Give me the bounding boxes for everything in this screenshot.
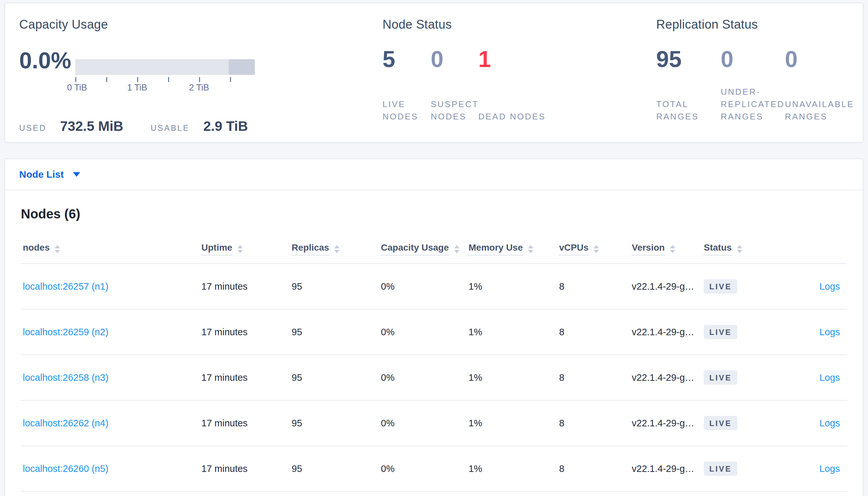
node-link[interactable]: localhost:26262 (n4) bbox=[23, 418, 108, 428]
logs-link[interactable]: Logs bbox=[820, 281, 840, 292]
node-link-cell: localhost:26257 (n1) bbox=[21, 281, 201, 292]
column-header-status[interactable]: Status bbox=[704, 243, 773, 255]
logs-cell: Logs bbox=[773, 281, 847, 292]
node-link[interactable]: localhost:26259 (n2) bbox=[23, 327, 108, 337]
nodes-heading: Nodes (6) bbox=[21, 206, 847, 222]
node-link-cell: localhost:26258 (n3) bbox=[21, 372, 201, 383]
used-value: 732.5 MiB bbox=[60, 119, 123, 134]
logs-link[interactable]: Logs bbox=[820, 372, 840, 383]
uptime-cell: 17 minutes bbox=[201, 372, 291, 383]
capacity-axis-labels: 0 TiB 1 TiB 2 TiB bbox=[75, 83, 255, 94]
sort-icon[interactable] bbox=[670, 245, 675, 253]
sort-icon[interactable] bbox=[454, 245, 460, 253]
replicas-cell: 95 bbox=[291, 418, 381, 429]
memory-cell: 1% bbox=[468, 418, 559, 429]
table-header-row: nodes Uptime Replicas Capacity Usage Mem… bbox=[21, 222, 847, 264]
dead-nodes-label: DEAD NODES bbox=[478, 110, 546, 123]
node-link[interactable]: localhost:26260 (n5) bbox=[23, 463, 108, 474]
vcpus-cell: 8 bbox=[559, 463, 632, 474]
capacity-cell: 0% bbox=[381, 281, 468, 292]
capacity-bar-block: 0 TiB 1 TiB 2 TiB bbox=[75, 59, 255, 94]
capacity-usage-chart: 0.0% 0 TiB 1 TiB 2 TiB bbox=[19, 40, 364, 94]
sort-icon[interactable] bbox=[238, 245, 243, 253]
node-link[interactable]: localhost:26257 (n1) bbox=[23, 281, 108, 292]
version-cell: v22.1.4-29-g… bbox=[632, 327, 704, 338]
status-cell: LIVE bbox=[704, 416, 773, 430]
memory-cell: 1% bbox=[468, 327, 559, 338]
capacity-usage-figures: USED 732.5 MiB USABLE 2.9 TiB bbox=[19, 119, 364, 134]
unavailable-ranges-label: UNAVAILABLE RANGES bbox=[785, 98, 850, 123]
memory-cell: 1% bbox=[468, 372, 559, 383]
memory-cell: 1% bbox=[468, 463, 559, 474]
status-cell: LIVE bbox=[704, 279, 773, 294]
capacity-cell: 0% bbox=[381, 327, 468, 338]
live-nodes-stat: 5 LIVE NODES bbox=[383, 48, 431, 123]
status-badge: LIVE bbox=[704, 279, 737, 294]
node-link[interactable]: localhost:26258 (n3) bbox=[23, 372, 108, 383]
column-header-version[interactable]: Version bbox=[632, 243, 704, 255]
sort-icon[interactable] bbox=[55, 245, 60, 253]
used-label: USED bbox=[19, 123, 46, 133]
total-ranges-label: TOTAL RANGES bbox=[656, 98, 721, 123]
column-header-replicas[interactable]: Replicas bbox=[291, 243, 381, 255]
total-ranges-value: 95 bbox=[656, 48, 721, 71]
capacity-usage-title: Capacity Usage bbox=[19, 18, 364, 32]
vcpus-cell: 8 bbox=[559, 327, 632, 338]
vcpus-cell: 8 bbox=[559, 281, 632, 292]
under-replicated-ranges-value: 0 bbox=[721, 48, 785, 71]
column-header-memory-use[interactable]: Memory Use bbox=[468, 243, 559, 255]
axis-label-2tib: 2 TiB bbox=[189, 83, 209, 93]
suspect-nodes-stat: 0 SUSPECT NODES bbox=[431, 48, 478, 123]
table-row: localhost:26259 (n2) 17 minutes 95 0% 1%… bbox=[21, 310, 847, 355]
table-row: localhost:26262 (n4) 17 minutes 95 0% 1%… bbox=[21, 401, 847, 446]
view-selector-bar: Node List bbox=[5, 159, 863, 190]
column-header-vcpus[interactable]: vCPUs bbox=[559, 243, 632, 255]
logs-link[interactable]: Logs bbox=[820, 418, 840, 428]
capacity-cell: 0% bbox=[381, 418, 468, 429]
sort-icon[interactable] bbox=[737, 245, 742, 253]
total-ranges-stat: 95 TOTAL RANGES bbox=[656, 48, 721, 123]
suspect-nodes-label: SUSPECT NODES bbox=[431, 98, 478, 123]
logs-cell: Logs bbox=[773, 463, 847, 474]
sort-icon[interactable] bbox=[528, 245, 533, 253]
logs-cell: Logs bbox=[773, 372, 847, 383]
dead-nodes-value: 1 bbox=[478, 48, 546, 71]
version-cell: v22.1.4-29-g… bbox=[632, 418, 704, 429]
capacity-axis-ticks bbox=[75, 75, 255, 83]
version-cell: v22.1.4-29-g… bbox=[632, 463, 704, 474]
replication-stats: 95 TOTAL RANGES 0 UNDER-REPLICATED RANGE… bbox=[656, 48, 855, 123]
unavailable-ranges-stat: 0 UNAVAILABLE RANGES bbox=[785, 48, 850, 123]
axis-tick bbox=[230, 77, 231, 82]
column-header-uptime[interactable]: Uptime bbox=[201, 243, 291, 255]
dead-nodes-stat: 1 DEAD NODES bbox=[478, 48, 546, 123]
column-header-capacity-usage[interactable]: Capacity Usage bbox=[381, 243, 468, 255]
live-nodes-label: LIVE NODES bbox=[383, 98, 431, 123]
node-link-cell: localhost:26262 (n4) bbox=[21, 418, 201, 429]
replicas-cell: 95 bbox=[291, 372, 381, 383]
replicas-cell: 95 bbox=[291, 281, 381, 292]
axis-tick bbox=[168, 77, 169, 82]
vcpus-cell: 8 bbox=[559, 372, 632, 383]
node-status-section: Node Status 5 LIVE NODES 0 SUSPECT NODES… bbox=[383, 18, 611, 123]
status-badge: LIVE bbox=[704, 462, 737, 476]
chevron-down-icon[interactable] bbox=[73, 172, 80, 177]
logs-link[interactable]: Logs bbox=[820, 463, 840, 474]
live-nodes-value: 5 bbox=[383, 48, 431, 71]
capacity-cell: 0% bbox=[381, 463, 468, 474]
usable-value: 2.9 TiB bbox=[203, 119, 248, 134]
status-badge: LIVE bbox=[704, 416, 737, 430]
under-replicated-ranges-stat: 0 UNDER-REPLICATED RANGES bbox=[721, 48, 785, 123]
status-badge: LIVE bbox=[704, 325, 737, 339]
logs-link[interactable]: Logs bbox=[820, 327, 840, 337]
sort-icon[interactable] bbox=[334, 245, 340, 253]
replicas-cell: 95 bbox=[291, 327, 381, 338]
axis-tick bbox=[137, 77, 138, 82]
column-header-nodes[interactable]: nodes bbox=[21, 243, 201, 255]
table-row: localhost:26258 (n3) 17 minutes 95 0% 1%… bbox=[21, 355, 847, 401]
vcpus-cell: 8 bbox=[559, 418, 632, 429]
replication-status-section: Replication Status 95 TOTAL RANGES 0 UND… bbox=[656, 18, 855, 123]
sort-icon[interactable] bbox=[594, 245, 599, 253]
axis-tick bbox=[75, 77, 76, 82]
node-link-cell: localhost:26260 (n5) bbox=[21, 463, 201, 474]
node-list-dropdown[interactable]: Node List bbox=[19, 169, 64, 180]
